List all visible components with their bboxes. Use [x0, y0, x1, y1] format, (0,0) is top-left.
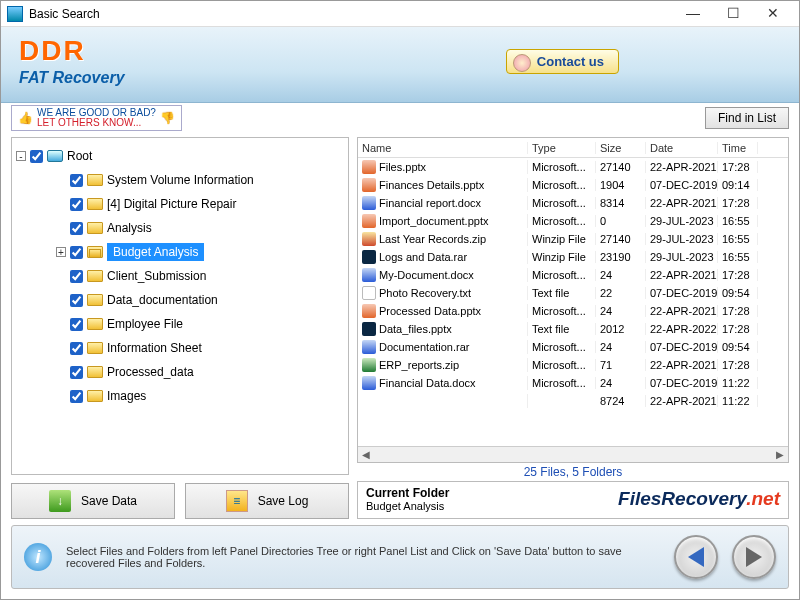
file-time: 17:28 [718, 161, 758, 173]
file-date: 22-APR-2021 [646, 161, 718, 173]
forward-button[interactable] [732, 535, 776, 579]
save-log-button[interactable]: Save Log [185, 483, 349, 519]
file-date: 07-DEC-2019 [646, 377, 718, 389]
scroll-right-icon[interactable]: ▶ [772, 449, 788, 460]
tree-item[interactable]: Information Sheet [16, 336, 344, 360]
file-type: Microsoft... [528, 179, 596, 191]
brand-logo: DDR [19, 35, 781, 67]
file-date: 07-DEC-2019 [646, 179, 718, 191]
file-name: My-Document.docx [379, 269, 474, 281]
brand-subtitle: FAT Recovery [19, 69, 781, 87]
tree-item[interactable]: Analysis [16, 216, 344, 240]
file-type: Microsoft... [528, 161, 596, 173]
tree-checkbox[interactable] [70, 222, 83, 235]
file-time: 09:54 [718, 287, 758, 299]
feedback-banner[interactable]: 👍 WE ARE GOOD OR BAD? LET OTHERS KNOW...… [11, 105, 182, 131]
file-size: 22 [596, 287, 646, 299]
file-row[interactable]: ERP_reports.zipMicrosoft...7122-APR-2021… [358, 356, 788, 374]
horizontal-scrollbar[interactable]: ◀ ▶ [358, 446, 788, 462]
file-date: 29-JUL-2023 [646, 215, 718, 227]
contact-avatar-icon [513, 54, 531, 72]
tree-item-label: Employee File [107, 317, 183, 331]
tree-item[interactable]: Employee File [16, 312, 344, 336]
minimize-button[interactable]: — [673, 3, 713, 25]
file-row[interactable]: Financial report.docxMicrosoft...831422-… [358, 194, 788, 212]
tree-item-label: Client_Submission [107, 269, 206, 283]
tree-checkbox[interactable] [70, 270, 83, 283]
file-row[interactable]: Data_files.pptxText file201222-APR-20221… [358, 320, 788, 338]
thumb-up-icon: 👍 [18, 113, 33, 123]
current-folder-value: Budget Analysis [366, 500, 444, 512]
tree-item[interactable]: [4] Digital Picture Repair [16, 192, 344, 216]
file-size: 2012 [596, 323, 646, 335]
file-name: Last Year Records.zip [379, 233, 486, 245]
file-row[interactable]: Files.pptxMicrosoft...2714022-APR-202117… [358, 158, 788, 176]
contact-button[interactable]: Contact us [506, 49, 619, 74]
tree-item[interactable]: Images [16, 384, 344, 408]
tree-checkbox[interactable] [70, 246, 83, 259]
find-in-list-button[interactable]: Find in List [705, 107, 789, 129]
file-size: 8314 [596, 197, 646, 209]
file-count-status: 25 Files, 5 Folders [357, 463, 789, 481]
file-row[interactable]: My-Document.docxMicrosoft...2422-APR-202… [358, 266, 788, 284]
file-size: 27140 [596, 161, 646, 173]
close-button[interactable]: ✕ [753, 3, 793, 25]
tree-item-label: Data_documentation [107, 293, 218, 307]
tree-checkbox[interactable] [70, 390, 83, 403]
tree-root[interactable]: - Root [16, 144, 344, 168]
tree-checkbox[interactable] [70, 294, 83, 307]
file-time: 17:28 [718, 359, 758, 371]
folder-tree[interactable]: - Root System Volume Information[4] Digi… [11, 137, 349, 475]
file-row[interactable]: Finances Details.pptxMicrosoft...190407-… [358, 176, 788, 194]
file-row[interactable]: Import_document.pptxMicrosoft...029-JUL-… [358, 212, 788, 230]
file-name: Photo Recovery.txt [379, 287, 471, 299]
tree-checkbox[interactable] [30, 150, 43, 163]
file-row[interactable]: Photo Recovery.txtText file2207-DEC-2019… [358, 284, 788, 302]
col-date[interactable]: Date [646, 142, 718, 154]
tree-item[interactable]: Data_documentation [16, 288, 344, 312]
file-row[interactable]: Logs and Data.rarWinzip File2319029-JUL-… [358, 248, 788, 266]
file-icon [362, 196, 376, 210]
tree-checkbox[interactable] [70, 198, 83, 211]
col-size[interactable]: Size [596, 142, 646, 154]
file-row[interactable]: Processed Data.pptxMicrosoft...2422-APR-… [358, 302, 788, 320]
file-time: 09:14 [718, 179, 758, 191]
back-button[interactable] [674, 535, 718, 579]
tree-checkbox[interactable] [70, 174, 83, 187]
file-name: Import_document.pptx [379, 215, 488, 227]
col-time[interactable]: Time [718, 142, 758, 154]
file-row[interactable]: Financial Data.docxMicrosoft...2407-DEC-… [358, 374, 788, 392]
tree-item-label: Information Sheet [107, 341, 202, 355]
expand-icon[interactable]: + [56, 247, 66, 257]
file-date: 22-APR-2021 [646, 197, 718, 209]
file-time: 09:54 [718, 341, 758, 353]
tree-item[interactable]: Client_Submission [16, 264, 344, 288]
file-icon [362, 250, 376, 264]
save-data-button[interactable]: Save Data [11, 483, 175, 519]
file-row[interactable]: 872422-APR-202111:22 [358, 392, 788, 410]
file-list[interactable]: Name Type Size Date Time Files.pptxMicro… [357, 137, 789, 463]
tree-checkbox[interactable] [70, 318, 83, 331]
col-name[interactable]: Name [358, 142, 528, 154]
file-type: Winzip File [528, 251, 596, 263]
tree-item[interactable]: +Budget Analysis [16, 240, 344, 264]
tree-checkbox[interactable] [70, 366, 83, 379]
file-row[interactable]: Documentation.rarMicrosoft...2407-DEC-20… [358, 338, 788, 356]
file-name: Files.pptx [379, 161, 426, 173]
scroll-left-icon[interactable]: ◀ [358, 449, 374, 460]
col-type[interactable]: Type [528, 142, 596, 154]
folder-icon [87, 294, 103, 306]
file-row[interactable]: Last Year Records.zipWinzip File2714029-… [358, 230, 788, 248]
collapse-icon[interactable]: - [16, 151, 26, 161]
tree-item-label: Budget Analysis [107, 243, 204, 261]
filesrecovery-logo: FilesRecovery.net [618, 488, 780, 510]
maximize-button[interactable]: ☐ [713, 3, 753, 25]
file-list-header[interactable]: Name Type Size Date Time [358, 138, 788, 158]
file-date: 22-APR-2021 [646, 359, 718, 371]
tree-checkbox[interactable] [70, 342, 83, 355]
tree-item-label: Analysis [107, 221, 152, 235]
tree-item[interactable]: System Volume Information [16, 168, 344, 192]
tree-item[interactable]: Processed_data [16, 360, 344, 384]
titlebar: Basic Search — ☐ ✕ [1, 1, 799, 27]
folder-icon [87, 366, 103, 378]
